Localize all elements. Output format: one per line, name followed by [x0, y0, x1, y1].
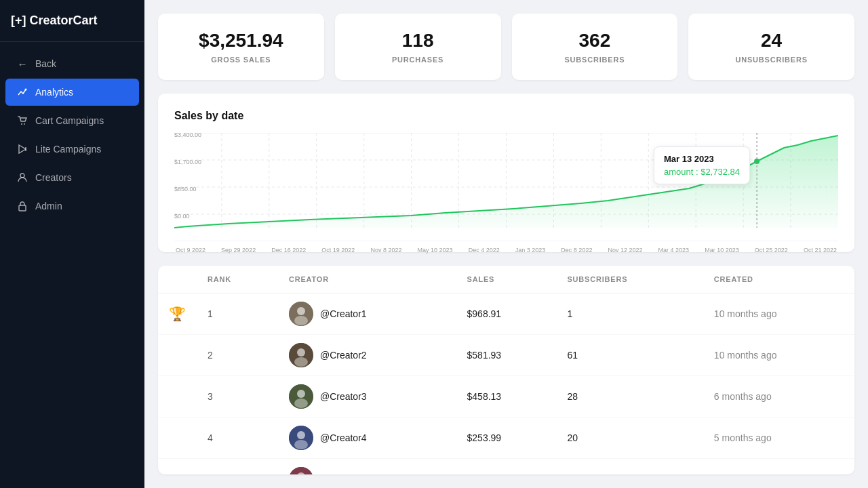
lite-campaigns-label: Lite Campaigns	[35, 144, 101, 155]
admin-label: Admin	[35, 201, 62, 211]
creators-icon	[16, 171, 28, 184]
x-label-12: Oct 25 2022	[755, 247, 788, 253]
col-subscribers: SUBSCRIBERS	[556, 266, 703, 293]
unsubscribers-value: 24	[702, 30, 841, 52]
creator-cell: @Creator3	[278, 376, 456, 418]
table-row: 🏆1@Creator1$968.91110 months ago	[158, 293, 854, 335]
table-header: RANK CREATOR SALES SUBSCRIBERS CREATED	[158, 266, 854, 293]
creator-name: @Creator2	[320, 350, 367, 361]
creator-cell: @Creator4	[278, 418, 456, 459]
sidebar: [+] CreatorCart ← Back Analytics Cart Ca…	[0, 0, 144, 488]
created-cell: 6 months ago	[703, 376, 854, 418]
x-label-0: Oct 9 2022	[176, 247, 205, 253]
x-label-5: May 10 2023	[418, 247, 453, 253]
svg-rect-6	[19, 205, 26, 211]
col-rank: RANK	[197, 266, 278, 293]
analytics-label: Analytics	[35, 87, 73, 98]
creators-label: Creators	[35, 172, 72, 183]
created-cell: 10 months ago	[703, 335, 854, 376]
app-logo: [+] CreatorCart	[0, 0, 144, 42]
stat-subscribers: 362 SUBSCRIBERS	[512, 14, 678, 80]
tooltip-value: $2,732.84	[701, 167, 740, 177]
created-cell: 5 months ago	[703, 418, 854, 459]
x-label-11: Mar 10 2023	[705, 247, 739, 253]
table-body: 🏆1@Creator1$968.91110 months ago2@Creato…	[158, 293, 854, 475]
trophy-cell	[158, 335, 197, 376]
trophy-cell	[158, 459, 197, 475]
sales-cell: $253.99	[456, 418, 557, 459]
creators-table: RANK CREATOR SALES SUBSCRIBERS CREATED 🏆…	[158, 266, 854, 474]
rank-cell: 2	[197, 335, 278, 376]
svg-point-26	[297, 307, 305, 315]
x-label-7: Jan 3 2023	[515, 247, 546, 253]
rank-cell: 1	[197, 293, 278, 335]
purchases-label: PURCHASES	[349, 56, 488, 64]
y-label-850: $850.00	[174, 186, 196, 192]
y-label-0: $0.00	[174, 213, 189, 220]
trophy-cell: 🏆	[158, 293, 197, 335]
x-label-8: Dec 8 2022	[561, 247, 592, 253]
sidebar-item-analytics[interactable]: Analytics	[5, 79, 139, 106]
rank-cell: 3	[197, 376, 278, 418]
svg-point-29	[297, 348, 305, 357]
sidebar-item-creators[interactable]: Creators	[5, 164, 139, 191]
svg-point-27	[294, 316, 308, 325]
creator-cell: @Creator1	[278, 293, 456, 335]
stat-unsubscribers: 24 UNSUBSCRIBERS	[688, 14, 854, 80]
y-label-3400: $3,400.00	[174, 133, 201, 138]
chart-card: Sales by date	[158, 94, 854, 252]
gross-sales-label: GROSS SALES	[172, 56, 311, 64]
gross-sales-value: $3,251.94	[172, 30, 311, 52]
svg-point-1	[21, 123, 22, 125]
avatar	[289, 302, 313, 326]
creator-name: @Creator5	[320, 474, 367, 474]
stat-purchases: 118 PURCHASES	[335, 14, 501, 80]
sidebar-item-cart-campaigns[interactable]: Cart Campaigns	[5, 107, 139, 134]
tooltip-amount: amount : $2,732.84	[664, 167, 740, 177]
stat-gross-sales: $3,251.94 GROSS SALES	[158, 14, 324, 80]
chart-tooltip: Mar 13 2023 amount : $2,732.84	[654, 146, 750, 184]
rank-cell: 4	[197, 418, 278, 459]
trophy-cell	[158, 376, 197, 418]
table-row: 5@Creator5$237.9365 months ago	[158, 459, 854, 475]
header-row: RANK CREATOR SALES SUBSCRIBERS CREATED	[158, 266, 854, 293]
creator-name: @Creator3	[320, 391, 367, 402]
x-label-9: Nov 12 2022	[608, 247, 642, 253]
lite-campaigns-icon	[16, 143, 28, 155]
chart-area: $3,400.00 $1,700.00 $850.00 $0.00 Oct 9 …	[174, 133, 838, 241]
svg-point-0	[25, 89, 27, 91]
cart-campaigns-label: Cart Campaigns	[35, 115, 104, 126]
chart-x-labels: Oct 9 2022 Sep 29 2022 Dec 16 2022 Oct 1…	[174, 247, 838, 253]
trophy-cell	[158, 418, 197, 459]
cart-campaigns-icon	[16, 115, 28, 127]
avatar	[289, 426, 313, 450]
x-label-13: Oct 21 2022	[804, 247, 837, 253]
subscribers-label: SUBSCRIBERS	[526, 56, 665, 64]
chart-title: Sales by date	[174, 110, 838, 122]
subscribers-cell: 6	[556, 459, 703, 475]
sidebar-item-back[interactable]: ← Back	[5, 50, 139, 77]
x-label-2: Dec 16 2022	[271, 247, 306, 253]
sidebar-item-admin[interactable]: Admin	[5, 192, 139, 220]
sidebar-nav: ← Back Analytics Cart Campaigns Lite Cam…	[0, 42, 144, 228]
sales-cell: $581.93	[456, 335, 557, 376]
created-cell: 10 months ago	[703, 293, 854, 335]
purchases-value: 118	[349, 30, 488, 52]
tooltip-date: Mar 13 2023	[664, 154, 740, 164]
col-creator: CREATOR	[278, 266, 456, 293]
back-label: Back	[35, 58, 56, 69]
svg-point-36	[294, 440, 308, 449]
svg-point-2	[24, 123, 25, 125]
svg-point-30	[294, 357, 308, 367]
subscribers-cell: 1	[556, 293, 703, 335]
subscribers-cell: 20	[556, 418, 703, 459]
analytics-icon	[16, 86, 28, 98]
sidebar-item-lite-campaigns[interactable]: Lite Campaigns	[5, 136, 139, 163]
x-label-4: Nov 8 2022	[370, 247, 401, 253]
sales-cell: $237.93	[456, 459, 557, 475]
back-icon: ←	[16, 58, 28, 70]
col-sales: SALES	[456, 266, 557, 293]
tooltip-label: amount :	[664, 167, 698, 177]
table-row: 3@Creator3$458.13286 months ago	[158, 376, 854, 418]
svg-point-32	[297, 390, 305, 398]
